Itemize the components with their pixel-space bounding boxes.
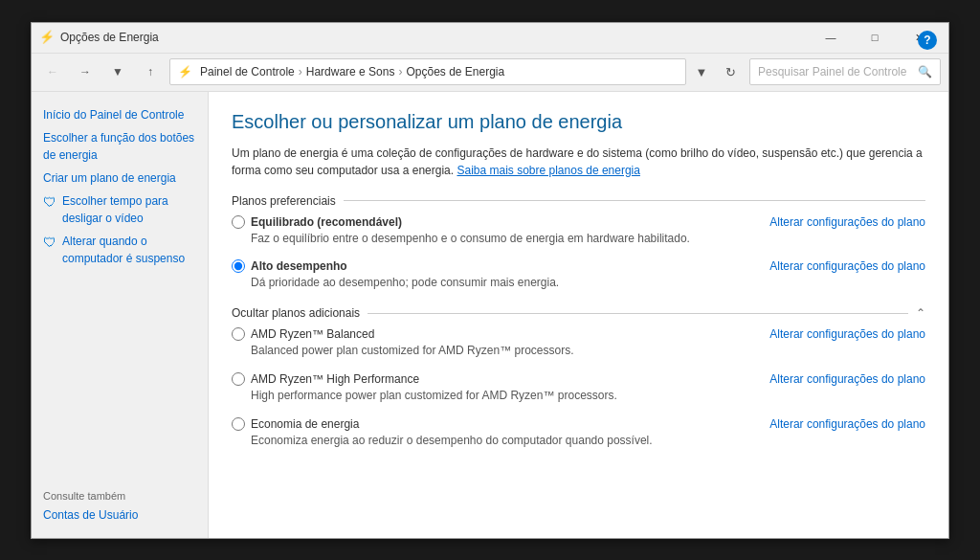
radio-amd-high[interactable] — [232, 372, 245, 386]
additional-section-header: Ocultar planos adicionais ⌃ — [232, 306, 925, 320]
learn-more-link[interactable]: Saiba mais sobre planos de energia — [457, 164, 639, 177]
plan-amd-high-radio-row: AMD Ryzen™ High Performance — [232, 372, 617, 386]
plan-high-name: Alto desempenho — [251, 259, 347, 273]
radio-high[interactable] — [232, 259, 245, 273]
preferred-section-header: Planos preferenciais — [232, 194, 925, 208]
minimize-button[interactable]: — — [809, 22, 853, 53]
plan-amd-balanced-info: AMD Ryzen™ Balanced Balanced power plan … — [232, 327, 573, 359]
plan-amd-high-name: AMD Ryzen™ High Performance — [251, 372, 419, 386]
address-dropdown-button[interactable]: ▼ — [692, 58, 711, 85]
search-icon: 🔍 — [918, 65, 932, 78]
breadcrumb-control-panel[interactable]: Painel de Controle — [200, 65, 295, 78]
radio-economy[interactable] — [232, 417, 245, 431]
plan-balanced-desc: Faz o equilíbrio entre o desempenho e o … — [251, 231, 690, 247]
plan-amd-balanced-radio-row: AMD Ryzen™ Balanced — [232, 327, 573, 341]
title-bar: ⚡ Opções de Energia — □ ✕ — [32, 23, 948, 54]
plan-item-amd-balanced: AMD Ryzen™ Balanced Balanced power plan … — [232, 327, 925, 359]
plan-economy-info: Economia de energia Economiza energia ao… — [232, 417, 653, 449]
back-button[interactable]: ← — [39, 58, 66, 85]
plan-economy-radio-row: Economia de energia — [232, 417, 653, 431]
see-also-title: Consulte também — [32, 482, 208, 504]
plan-item-high: Alto desempenho Dá prioridade ao desempe… — [232, 259, 925, 291]
address-path[interactable]: ⚡ Painel de Controle › Hardware e Sons ›… — [169, 58, 686, 85]
forward-button[interactable]: → — [72, 58, 99, 85]
plan-amd-high-info: AMD Ryzen™ High Performance High perform… — [232, 372, 617, 404]
plan-item-amd-high: AMD Ryzen™ High Performance High perform… — [232, 372, 925, 404]
plan-economy-change-link[interactable]: Alterar configurações do plano — [769, 417, 925, 431]
plan-amd-high-change-link[interactable]: Alterar configurações do plano — [769, 372, 925, 386]
sidebar: Início do Painel de Controle Escolher a … — [32, 92, 209, 538]
additional-section-line — [368, 313, 908, 314]
search-placeholder: Pesquisar Painel de Controle — [758, 65, 914, 78]
plan-balanced-name: Equilibrado (recomendável) — [251, 215, 402, 229]
help-button[interactable]: ? — [918, 31, 937, 50]
preferred-section-title: Planos preferenciais — [232, 194, 336, 208]
main-area: Início do Painel de Controle Escolher a … — [32, 92, 948, 538]
plan-amd-balanced-desc: Balanced power plan customized for AMD R… — [251, 343, 573, 359]
up-button[interactable]: ↑ — [137, 58, 164, 85]
plan-high-radio-row: Alto desempenho — [232, 259, 559, 273]
plan-balanced-change-link[interactable]: Alterar configurações do plano — [769, 215, 925, 229]
page-title: Escolher ou personalizar um plano de ene… — [232, 111, 925, 133]
additional-section-chevron[interactable]: ⌃ — [916, 306, 925, 320]
breadcrumb-current[interactable]: Opções de Energia — [406, 65, 504, 78]
sidebar-item-screen[interactable]: 🛡 Escolher tempo para desligar o vídeo — [32, 190, 208, 230]
plan-high-desc: Dá prioridade ao desempenho; pode consum… — [251, 275, 559, 291]
maximize-button[interactable]: □ — [853, 22, 897, 53]
sidebar-item-accounts[interactable]: Contas de Usuário — [32, 504, 208, 526]
content-area: Escolher ou personalizar um plano de ene… — [209, 92, 948, 538]
address-bar: ← → ▼ ↑ ⚡ Painel de Controle › Hardware … — [32, 54, 948, 92]
main-window: ⚡ Opções de Energia — □ ✕ ← → ▼ ↑ ⚡ Pain… — [31, 22, 949, 539]
recent-button[interactable]: ▼ — [104, 58, 131, 85]
plan-high-info: Alto desempenho Dá prioridade ao desempe… — [232, 259, 559, 291]
window-title: Opções de Energia — [60, 31, 809, 44]
plan-balanced-radio-row: Equilibrado (recomendável) — [232, 215, 690, 229]
plan-economy-name: Economia de energia — [251, 417, 359, 431]
sidebar-item-home[interactable]: Início do Painel de Controle — [32, 103, 208, 126]
plan-amd-high-desc: High performance power plan customized f… — [251, 388, 617, 404]
sidebar-item-buttons[interactable]: Escolher a função dos botões de energia — [32, 126, 208, 167]
intro-text: Um plano de energia é uma coleção de con… — [232, 145, 925, 179]
breadcrumb-hardware[interactable]: Hardware e Sons — [306, 65, 395, 78]
additional-section-title: Ocultar planos adicionais — [232, 306, 360, 320]
preferred-section-line — [344, 200, 925, 201]
radio-balanced[interactable] — [232, 215, 245, 229]
refresh-button[interactable]: ↻ — [717, 58, 744, 85]
path-separator-2: › — [398, 65, 402, 78]
plan-amd-balanced-change-link[interactable]: Alterar configurações do plano — [769, 327, 925, 341]
plan-balanced-info: Equilibrado (recomendável) Faz o equilíb… — [232, 215, 690, 247]
sidebar-item-create[interactable]: Criar um plano de energia — [32, 167, 208, 190]
plan-high-change-link[interactable]: Alterar configurações do plano — [769, 259, 925, 273]
plan-economy-desc: Economiza energia ao reduzir o desempenh… — [251, 433, 653, 449]
window-icon: ⚡ — [39, 30, 55, 45]
plan-item-economy: Economia de energia Economiza energia ao… — [232, 417, 925, 449]
sidebar-item-sleep[interactable]: 🛡 Alterar quando o computador é suspenso — [32, 230, 208, 270]
plan-amd-balanced-name: AMD Ryzen™ Balanced — [251, 327, 374, 341]
search-box[interactable]: Pesquisar Painel de Controle 🔍 — [749, 58, 941, 85]
plan-item-balanced: Equilibrado (recomendável) Faz o equilíb… — [232, 215, 925, 247]
radio-amd-balanced[interactable] — [232, 327, 245, 341]
path-separator-1: › — [299, 65, 302, 78]
